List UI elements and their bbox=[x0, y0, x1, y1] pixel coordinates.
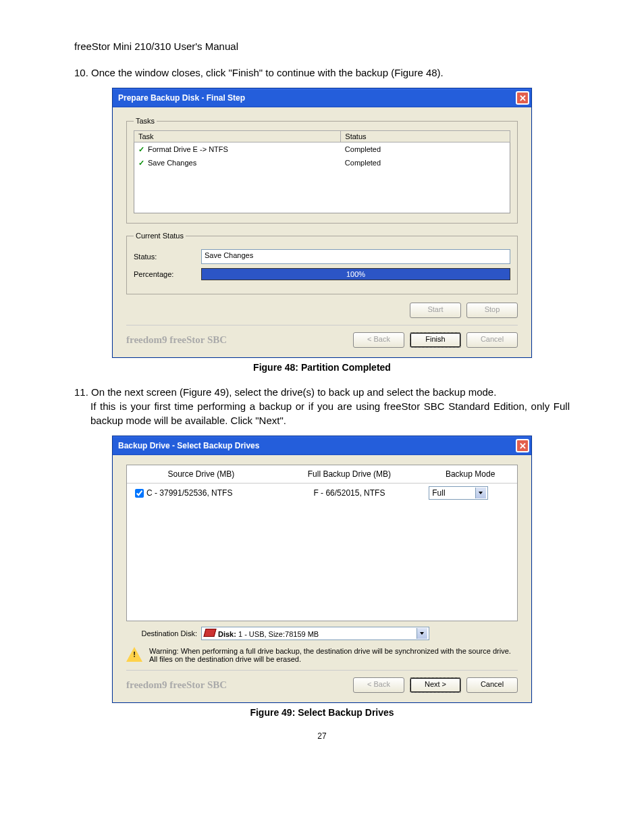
close-icon[interactable]: ✕ bbox=[516, 439, 529, 452]
percentage-label: Percentage: bbox=[134, 270, 201, 278]
stop-button: Stop bbox=[466, 303, 518, 318]
titlebar: Prepare Backup Disk - Final Step ✕ bbox=[113, 88, 531, 107]
task-text: Format Drive E -> NTFS bbox=[148, 145, 228, 153]
warning-icon: ! bbox=[126, 647, 142, 662]
col-full-backup-drive: Full Backup Drive (MB) bbox=[275, 465, 424, 484]
titlebar: Backup Drive - Select Backup Drives ✕ bbox=[113, 436, 531, 455]
drives-list: Source Drive (MB) Full Backup Drive (MB)… bbox=[126, 465, 518, 621]
cancel-button: Cancel bbox=[466, 332, 518, 348]
dialog-prepare-backup: Prepare Backup Disk - Final Step ✕ Tasks… bbox=[112, 88, 532, 358]
dialog-select-backup-drives: Backup Drive - Select Backup Drives ✕ So… bbox=[112, 436, 532, 703]
tasks-group: Tasks Task Status ✓Format Drive E -> NTF… bbox=[126, 117, 518, 224]
back-button: < Back bbox=[353, 677, 404, 693]
task-status: Completed bbox=[341, 156, 510, 170]
chevron-down-icon bbox=[475, 488, 486, 498]
progress-bar: 100% bbox=[201, 268, 510, 280]
cancel-button[interactable]: Cancel bbox=[466, 677, 518, 693]
current-status-legend: Current Status bbox=[134, 232, 186, 240]
status-value: Save Changes bbox=[201, 249, 510, 264]
backup-mode-select[interactable]: Full bbox=[429, 486, 488, 500]
check-icon: ✓ bbox=[138, 145, 148, 154]
current-status-group: Current Status Status: Save Changes Perc… bbox=[126, 232, 518, 294]
source-drive-checkbox[interactable] bbox=[135, 489, 144, 498]
brand-label: freedom9 freeStor SBC bbox=[126, 334, 227, 346]
figure-48-caption: Figure 48: Partition Completed bbox=[74, 362, 570, 373]
destination-disk-select[interactable]: Disk: Disk: 1 - USB, Size:78159 MB1 - US… bbox=[201, 627, 429, 640]
back-button: < Back bbox=[353, 332, 404, 348]
source-drive-text: C - 37991/52536, NTFS bbox=[146, 488, 232, 497]
tasks-table: Task Status ✓Format Drive E -> NTFS Comp… bbox=[134, 130, 510, 213]
col-source-drive: Source Drive (MB) bbox=[127, 465, 275, 484]
warning-text: Warning: When performing a full drive ba… bbox=[149, 647, 518, 663]
task-text: Save Changes bbox=[148, 159, 196, 167]
step-10: 10. Once the window closes, click "Finis… bbox=[74, 66, 570, 80]
start-button: Start bbox=[410, 303, 461, 318]
page-number: 27 bbox=[74, 731, 570, 741]
next-button[interactable]: Next > bbox=[410, 677, 461, 693]
full-backup-drive-text: F - 66/52015, NTFS bbox=[275, 484, 424, 503]
tasks-col-task: Task bbox=[134, 131, 341, 142]
dialog-title: Prepare Backup Disk - Final Step bbox=[118, 93, 245, 103]
table-row: ✓Format Drive E -> NTFS Completed bbox=[134, 142, 510, 157]
finish-button[interactable]: Finish bbox=[410, 332, 461, 348]
tasks-legend: Tasks bbox=[134, 117, 157, 125]
disk-icon bbox=[203, 629, 216, 637]
status-label: Status: bbox=[134, 253, 201, 261]
dialog-title: Backup Drive - Select Backup Drives bbox=[118, 441, 259, 450]
step-11: 11. On the next screen (Figure 49), sele… bbox=[74, 385, 570, 427]
page-header: freeStor Mini 210/310 User's Manual bbox=[74, 41, 570, 52]
check-icon: ✓ bbox=[138, 159, 148, 167]
tasks-col-status: Status bbox=[341, 131, 510, 142]
destination-disk-label: Destination Disk: bbox=[126, 629, 197, 637]
warning-row: ! Warning: When performing a full drive … bbox=[126, 647, 518, 663]
chevron-down-icon bbox=[417, 628, 427, 639]
table-row: C - 37991/52536, NTFS F - 66/52015, NTFS… bbox=[127, 484, 517, 503]
figure-49-caption: Figure 49: Select Backup Drives bbox=[74, 707, 570, 718]
brand-label: freedom9 freeStor SBC bbox=[126, 679, 227, 691]
col-backup-mode: Backup Mode bbox=[423, 465, 517, 484]
table-row: ✓Save Changes Completed bbox=[134, 156, 510, 170]
task-status: Completed bbox=[341, 142, 510, 157]
close-icon[interactable]: ✕ bbox=[516, 91, 529, 105]
